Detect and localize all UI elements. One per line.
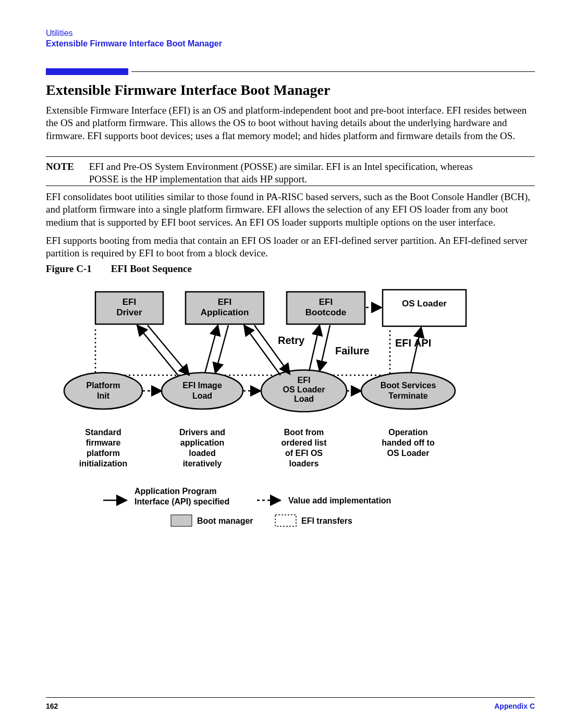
caption-col-4: Operation handed off to OS Loader [382,428,435,458]
edge-osloaderload-to-bootcode [309,325,320,371]
footer-rule [46,697,535,698]
caption-col-3: Boot from ordered list of EFI OS loaders [281,428,327,468]
page: Utilities Extensible Firmware Interface … [0,0,563,728]
svg-text:OS Loader: OS Loader [283,385,325,394]
caption-col-1: Standard firmware platform initializatio… [79,428,127,468]
svg-text:Operation: Operation [388,428,428,437]
svg-text:loaded: loaded [189,449,216,458]
svg-text:Interface (API) specified: Interface (API) specified [134,497,229,506]
edge-terminate-to-osloader [411,327,421,373]
svg-text:Application Program: Application Program [134,487,216,496]
edge-bootcode-to-osloaderload [320,325,330,371]
note-rule-top [46,156,535,157]
rule-top [131,71,535,72]
svg-rect-49 [275,515,296,526]
ellipse-efi-os-loader-load: EFI OS Loader Load [261,370,347,412]
svg-text:EFI: EFI [123,297,136,307]
note-rule-bottom [46,186,535,186]
svg-text:handed off to: handed off to [382,438,435,447]
ellipse-platform-init: Platform Init [64,373,142,409]
svg-text:Boot Services: Boot Services [381,381,436,390]
ellipse-efi-image-load: EFI Image Load [162,373,243,409]
svg-text:platform: platform [87,449,120,458]
svg-text:ordered list: ordered list [281,438,327,447]
figure-number: Figure C-1 [46,263,108,275]
figure-caption: Figure C-1 EFI Boot Sequence [46,263,192,275]
svg-text:loaders: loaders [289,459,319,468]
edge-app-to-imageload [215,325,228,373]
header-subtitle: Extensible Firmware Interface Boot Manag… [46,39,222,49]
svg-text:Application: Application [201,307,249,317]
svg-text:OS Loader: OS Loader [402,299,447,309]
paragraph-media: EFI supports booting from media that con… [46,235,535,260]
svg-text:OS Loader: OS Loader [387,449,430,458]
box-efi-driver: EFI Driver [95,292,163,324]
edge-imageload-to-app [205,325,218,373]
footer-page-number: 162 [46,702,58,711]
svg-text:EFI: EFI [218,297,231,307]
legend: Application Program Interface (API) spec… [103,487,391,526]
label-failure: Failure [335,345,370,356]
svg-rect-47 [171,515,192,526]
header-category: Utilities [46,28,73,39]
svg-text:Standard: Standard [85,428,121,437]
svg-text:Init: Init [97,391,110,400]
svg-text:Load: Load [294,394,314,403]
paragraph-consolidate: EFI consolidates boot utilities similar … [46,191,535,229]
ellipse-boot-services-terminate: Boot Services Terminate [361,373,455,409]
footer-section: Appendix C [494,702,535,711]
svg-text:Terminate: Terminate [388,391,427,400]
svg-point-24 [361,373,455,409]
label-efi-api: EFI API [395,337,431,349]
box-os-loader: OS Loader [383,290,466,326]
svg-text:firmware: firmware [86,438,121,447]
svg-text:Boot manager: Boot manager [197,516,253,525]
svg-text:Load: Load [192,391,212,400]
figure-title: EFI Boot Sequence [111,263,192,274]
svg-point-17 [162,373,243,409]
svg-text:of EFI OS: of EFI OS [285,449,323,458]
svg-text:Bootcode: Bootcode [305,307,346,317]
svg-text:iteratively: iteratively [183,459,222,468]
svg-text:Value add implementation: Value add implementation [288,496,391,505]
edge-osloaderload-to-app [244,325,280,375]
svg-text:EFI transfers: EFI transfers [301,516,352,525]
box-efi-bootcode: EFI Bootcode [287,292,365,324]
edge-app-to-osloaderload [254,325,290,374]
page-title: Extensible Firmware Interface Boot Manag… [46,81,532,100]
svg-text:Drivers and: Drivers and [179,428,225,437]
svg-text:EFI: EFI [319,297,333,307]
svg-text:Platform: Platform [87,381,120,390]
efi-boot-diagram: EFI Driver EFI Application EFI Bootcode … [46,281,515,552]
paragraph-intro: Extensible Firmware Interface (EFI) is a… [46,104,535,142]
svg-text:EFI: EFI [298,376,311,385]
svg-text:initialization: initialization [79,459,127,468]
svg-text:Boot from: Boot from [284,428,324,437]
note-block: NOTE EFI and Pre-OS System Environment (… [46,161,535,186]
label-retry: Retry [278,335,305,346]
svg-point-14 [64,373,142,409]
note-label: NOTE [46,161,87,173]
box-efi-application: EFI Application [186,292,264,324]
accent-bar [46,68,128,75]
svg-text:Driver: Driver [116,307,142,317]
edge-driver-to-imageload [148,325,189,375]
note-body: EFI and Pre-OS System Environment (POSSE… [89,161,501,186]
caption-col-2: Drivers and application loaded iterative… [179,428,225,468]
svg-text:EFI Image: EFI Image [182,381,222,390]
edge-imageload-to-driver [137,325,179,376]
svg-text:application: application [180,438,224,447]
